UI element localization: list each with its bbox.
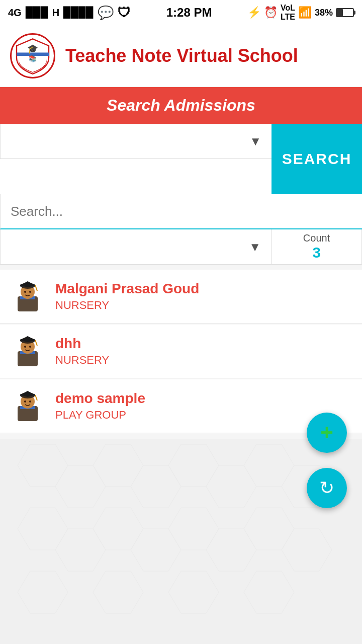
h-signal-bars: ▉▉▉▉ <box>63 7 94 19</box>
svg-point-10 <box>29 291 31 293</box>
student-avatar <box>10 388 45 424</box>
svg-point-19 <box>29 346 31 348</box>
svg-marker-48 <box>244 571 294 613</box>
svg-point-27 <box>24 400 26 403</box>
svg-text:🎓: 🎓 <box>27 43 38 54</box>
count-value: 3 <box>312 244 321 261</box>
search-button[interactable]: SEARCH <box>272 124 362 194</box>
count-label: Count <box>303 232 330 244</box>
filter-row: ▼ Count 3 <box>0 229 362 265</box>
battery-percent: 38% <box>315 8 333 18</box>
h-network: H <box>52 7 59 19</box>
bg-pattern <box>0 439 362 615</box>
battery-icon <box>336 8 354 17</box>
badge-icon: 🛡 <box>118 5 131 21</box>
app-header: 🎓 📚 Teache Note Virtual School <box>0 25 362 87</box>
list-item[interactable]: Malgani Prasad Goud NURSERY <box>0 270 362 324</box>
svg-marker-44 <box>282 529 332 571</box>
class-dropdown[interactable]: ▼ <box>0 124 272 159</box>
student-name: demo sample <box>55 390 352 407</box>
status-bar: 4G ▉▉▉ H ▉▉▉▉ 💬 🛡 1:28 PM ⚡ ⏰ VoLLTE 📶 3… <box>0 0 362 25</box>
svg-line-8 <box>35 285 37 291</box>
svg-text:📚: 📚 <box>29 55 37 63</box>
student-info: dhh NURSERY <box>55 336 352 367</box>
add-fab-button[interactable]: + <box>307 413 347 453</box>
chevron-down-icon: ▼ <box>249 134 261 148</box>
svg-marker-40 <box>131 529 181 571</box>
filter-dropdown[interactable]: ▼ <box>0 229 272 265</box>
svg-marker-42 <box>206 529 256 571</box>
student-class: NURSERY <box>55 354 352 367</box>
svg-marker-43 <box>244 508 294 550</box>
svg-point-28 <box>29 400 31 403</box>
svg-marker-41 <box>168 508 219 550</box>
controls-area: ▼ SEARCH ▼ Count 3 <box>0 124 362 265</box>
status-right: ⚡ ⏰ VoLLTE 📶 38% <box>247 4 354 22</box>
school-logo: 🎓 📚 <box>13 36 53 76</box>
plus-icon: + <box>320 420 333 445</box>
student-class: PLAY GROUP <box>55 409 352 422</box>
svg-marker-39 <box>93 508 143 550</box>
svg-marker-33 <box>168 444 219 487</box>
lte-icon: VoLLTE <box>281 4 295 22</box>
student-info: demo sample PLAY GROUP <box>55 390 352 422</box>
logo-container: 🎓 📚 <box>10 33 55 78</box>
bluetooth-icon: ⚡ <box>247 6 261 19</box>
student-class: NURSERY <box>55 299 352 312</box>
svg-point-18 <box>24 346 26 348</box>
search-input[interactable] <box>11 204 352 219</box>
svg-marker-34 <box>206 465 256 508</box>
battery-fill <box>337 9 343 16</box>
wifi-icon: 📶 <box>298 6 312 19</box>
svg-marker-38 <box>55 529 106 571</box>
search-row <box>0 194 362 229</box>
banner-label: Search Admissions <box>107 96 255 114</box>
refresh-icon: ↻ <box>319 477 334 499</box>
filter-chevron-down-icon: ▼ <box>249 240 261 254</box>
signal-bars: ▉▉▉ <box>26 7 48 19</box>
refresh-fab-button[interactable]: ↻ <box>307 468 347 508</box>
svg-marker-46 <box>93 571 143 613</box>
student-list: Malgani Prasad Goud NURSERY <box>0 265 362 439</box>
svg-marker-37 <box>18 508 68 550</box>
svg-marker-29 <box>18 444 68 487</box>
svg-marker-47 <box>168 571 219 613</box>
search-input-wrapper <box>0 194 362 229</box>
network-4g: 4G <box>8 7 22 19</box>
top-row: ▼ SEARCH <box>0 124 362 194</box>
alarm-icon: ⏰ <box>264 6 278 19</box>
svg-marker-32 <box>131 465 181 508</box>
student-name: Malgani Prasad Goud <box>55 281 352 297</box>
svg-point-9 <box>24 291 26 293</box>
svg-marker-31 <box>93 444 143 487</box>
svg-line-17 <box>35 340 37 346</box>
status-time: 1:28 PM <box>166 6 212 20</box>
search-admissions-banner: Search Admissions <box>0 87 362 124</box>
count-box: Count 3 <box>272 229 362 265</box>
student-info: Malgani Prasad Goud NURSERY <box>55 281 352 312</box>
student-name: dhh <box>55 336 352 352</box>
status-left: 4G ▉▉▉ H ▉▉▉▉ 💬 🛡 <box>8 5 131 21</box>
svg-marker-30 <box>55 465 106 508</box>
student-avatar <box>10 334 45 369</box>
svg-line-26 <box>35 395 37 400</box>
svg-marker-45 <box>18 571 68 613</box>
student-avatar <box>10 279 45 314</box>
app-title: Teache Note Virtual School <box>65 45 298 66</box>
list-item[interactable]: dhh NURSERY <box>0 325 362 378</box>
whatsapp-icon: 💬 <box>98 5 114 21</box>
svg-marker-35 <box>244 444 294 487</box>
hexagon-bg <box>0 439 362 615</box>
